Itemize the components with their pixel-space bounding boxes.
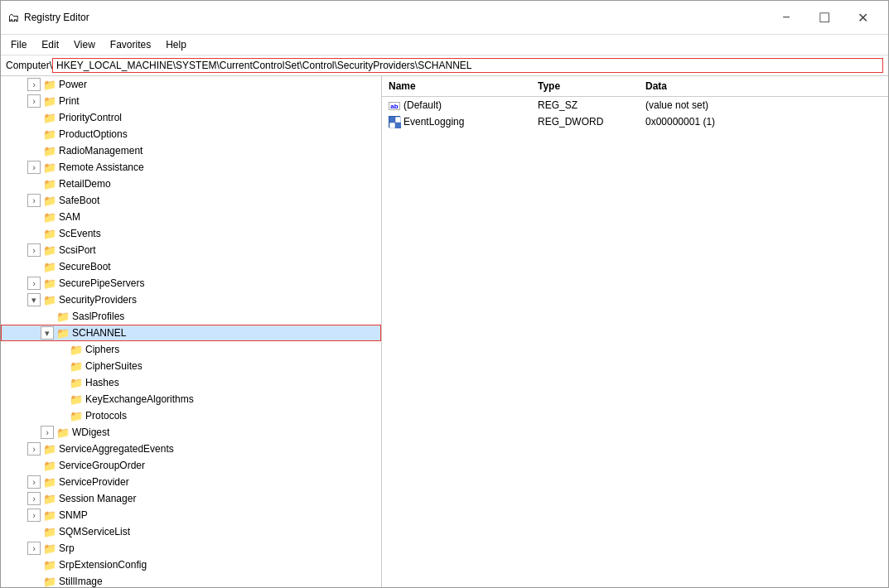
tree-expander-srp[interactable]: ›: [27, 542, 41, 555]
tree-item-scsiport[interactable]: ›📁ScsiPort: [1, 242, 381, 258]
menu-item-favorites[interactable]: Favorites: [104, 36, 157, 53]
tree-item-scevents[interactable]: 📁ScEvents: [1, 225, 381, 242]
detail-name-text-0: (Default): [403, 99, 442, 111]
close-button[interactable]: ✕: [843, 6, 882, 29]
folder-icon: 📁: [56, 327, 70, 340]
tree-item-snmp[interactable]: ›📁SNMP: [1, 507, 381, 523]
tree-expander-remoteassistance[interactable]: ›: [27, 161, 41, 174]
detail-row-0[interactable]: ab(Default)REG_SZ(value not set): [382, 97, 888, 113]
tree-item-label-sessionmanager: Session Manager: [59, 493, 136, 504]
tree-item-label-sam: SAM: [59, 211, 80, 223]
tree-expander-schannel[interactable]: ▾: [41, 326, 54, 340]
folder-icon: 📁: [43, 244, 56, 257]
tree-item-protocols[interactable]: 📁Protocols: [1, 407, 381, 424]
tree-item-label-ciphers: Ciphers: [85, 344, 119, 355]
tree-pane[interactable]: ›📁Power›📁Print📁PriorityControl📁ProductOp…: [1, 76, 382, 587]
menu-item-file[interactable]: File: [4, 36, 33, 53]
main-content: ›📁Power›📁Print📁PriorityControl📁ProductOp…: [1, 76, 888, 587]
folder-icon: 📁: [70, 377, 83, 389]
folder-icon: 📁: [43, 476, 56, 489]
tree-item-servicegrouporder[interactable]: 📁ServiceGroupOrder: [1, 457, 381, 474]
svg-rect-2: [389, 123, 395, 128]
detail-row-1[interactable]: EventLoggingREG_DWORD0x00000001 (1): [382, 113, 888, 130]
tree-item-schannel[interactable]: ▾📁SCHANNEL: [1, 325, 381, 341]
menu-item-edit[interactable]: Edit: [35, 36, 65, 53]
tree-item-securepipeservers[interactable]: ›📁SecurePipeServers: [1, 275, 381, 292]
tree-expander-securityproviders[interactable]: ▾: [27, 293, 41, 306]
tree-item-serviceprovider[interactable]: ›📁ServiceProvider: [1, 474, 381, 490]
tree-expander-scsiport[interactable]: ›: [27, 243, 41, 257]
tree-item-radiomanagement[interactable]: 📁RadioManagement: [1, 142, 381, 159]
folder-icon: 📁: [43, 493, 56, 505]
tree-item-retaildemo[interactable]: 📁RetailDemo: [1, 176, 381, 192]
address-bar: Computer\: [1, 55, 888, 76]
tree-item-ciphersuites[interactable]: 📁CipherSuites: [1, 358, 381, 374]
address-input[interactable]: [52, 58, 883, 73]
tree-item-secureboot[interactable]: 📁SecureBoot: [1, 258, 381, 275]
tree-item-ciphers[interactable]: 📁Ciphers: [1, 341, 381, 358]
tree-item-serviceaggregatedevents[interactable]: ›📁ServiceAggregatedEvents: [1, 441, 381, 457]
tree-item-label-hashes: Hashes: [85, 377, 119, 388]
folder-icon: 📁: [43, 277, 56, 290]
tree-expander-sessionmanager[interactable]: ›: [27, 492, 41, 505]
tree-expander-empty: [27, 210, 41, 224]
title-bar-left: 🗂 Registry Editor: [7, 11, 89, 24]
tree-item-label-keyexchangealgorithms: KeyExchangeAlgorithms: [85, 393, 194, 405]
tree-item-keyexchangealgorithms[interactable]: 📁KeyExchangeAlgorithms: [1, 391, 381, 407]
tree-item-wdigest[interactable]: ›📁WDigest: [1, 424, 381, 441]
folder-icon: 📁: [43, 294, 56, 306]
tree-item-label-srp: Srp: [59, 542, 75, 554]
tree-item-prioritycontrol[interactable]: 📁PriorityControl: [1, 109, 381, 126]
tree-item-srpextensioncofig[interactable]: 📁SrpExtensionConfig: [1, 557, 381, 573]
tree-item-print[interactable]: ›📁Print: [1, 93, 381, 109]
tree-expander-securepipeservers[interactable]: ›: [27, 277, 41, 290]
tree-expander-empty: [27, 227, 41, 240]
tree-item-sam[interactable]: 📁SAM: [1, 209, 381, 225]
tree-expander-snmp[interactable]: ›: [27, 508, 41, 522]
tree-expander-power[interactable]: ›: [27, 78, 41, 91]
folder-icon: 📁: [43, 576, 56, 588]
tree-item-srp[interactable]: ›📁Srp: [1, 540, 381, 557]
tree-item-safeboot[interactable]: ›📁SafeBoot: [1, 192, 381, 209]
folder-icon: 📁: [70, 344, 83, 356]
detail-pane: Name Type Data ab(Default)REG_SZ(value n…: [382, 76, 888, 587]
tree-item-saslprofiles[interactable]: 📁SaslProfiles: [1, 308, 381, 325]
col-header-name: Name: [382, 79, 531, 94]
folder-icon: 📁: [43, 526, 56, 538]
detail-rows: ab(Default)REG_SZ(value not set)EventLog…: [382, 97, 888, 130]
folder-icon: 📁: [43, 443, 56, 455]
detail-name-0: ab(Default): [382, 98, 531, 113]
tree-item-label-safeboot: SafeBoot: [59, 195, 99, 206]
address-label: Computer\: [6, 60, 52, 71]
tree-expander-wdigest[interactable]: ›: [41, 426, 54, 439]
minimize-button[interactable]: −: [767, 6, 805, 29]
menu-item-help[interactable]: Help: [159, 36, 193, 53]
app-title: Registry Editor: [24, 12, 89, 23]
tree-item-remoteassistance[interactable]: ›📁Remote Assistance: [1, 159, 381, 176]
detail-type-0: REG_SZ: [531, 98, 639, 113]
tree-expander-empty: [27, 111, 41, 124]
tree-expander-serviceprovider[interactable]: ›: [27, 475, 41, 489]
folder-icon: 📁: [43, 79, 56, 91]
tree-expander-empty: [27, 575, 41, 587]
window-controls: − ☐ ✕: [767, 6, 882, 29]
tree-item-label-serviceprovider: ServiceProvider: [59, 476, 129, 488]
tree-expander-empty: [27, 260, 41, 273]
tree-item-power[interactable]: ›📁Power: [1, 76, 381, 93]
tree-item-label-print: Print: [59, 95, 80, 107]
tree-item-sqmservicelist[interactable]: 📁SQMServiceList: [1, 523, 381, 540]
tree-item-stillimage[interactable]: 📁StillImage: [1, 573, 381, 587]
tree-item-sessionmanager[interactable]: ›📁Session Manager: [1, 490, 381, 507]
menu-item-view[interactable]: View: [67, 36, 102, 53]
folder-icon: 📁: [43, 195, 56, 207]
tree-item-label-radiomanagement: RadioManagement: [59, 145, 143, 157]
tree-item-productoptions[interactable]: 📁ProductOptions: [1, 126, 381, 142]
col-header-data: Data: [639, 79, 888, 94]
tree-item-securityproviders[interactable]: ▾📁SecurityProviders: [1, 292, 381, 308]
tree-item-hashes[interactable]: 📁Hashes: [1, 374, 381, 391]
maximize-button[interactable]: ☐: [805, 6, 843, 29]
tree-expander-print[interactable]: ›: [27, 94, 41, 108]
tree-expander-safeboot[interactable]: ›: [27, 194, 41, 207]
tree-expander-serviceaggregatedevents[interactable]: ›: [27, 442, 41, 455]
tree-item-label-power: Power: [59, 79, 87, 90]
